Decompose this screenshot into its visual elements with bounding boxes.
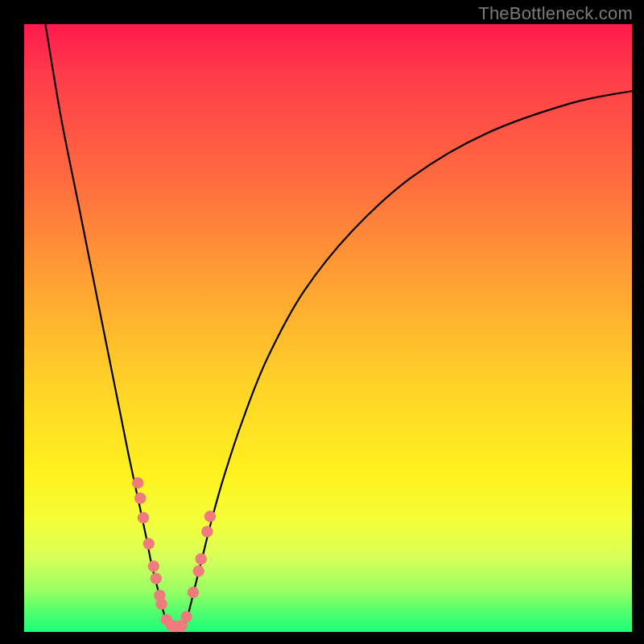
marker-group bbox=[132, 477, 216, 633]
marker-dot bbox=[151, 572, 162, 584]
marker-dot bbox=[132, 477, 143, 489]
marker-dot bbox=[193, 565, 204, 576]
chart-svg bbox=[24, 24, 632, 632]
marker-dot bbox=[201, 526, 213, 537]
marker-dot bbox=[204, 510, 216, 522]
marker-dot bbox=[155, 598, 167, 609]
curve-left-branch bbox=[45, 24, 168, 627]
marker-dot bbox=[138, 512, 149, 523]
marker-dot bbox=[180, 611, 192, 622]
curve-right-branch bbox=[184, 91, 632, 627]
marker-dot bbox=[134, 493, 146, 504]
chart-frame: TheBottleneck.com bbox=[0, 0, 644, 644]
plot-area bbox=[24, 24, 632, 632]
marker-dot bbox=[148, 560, 159, 572]
marker-dot bbox=[196, 553, 207, 564]
watermark-text: TheBottleneck.com bbox=[478, 3, 633, 24]
marker-dot bbox=[143, 538, 155, 549]
marker-dot bbox=[188, 587, 199, 598]
